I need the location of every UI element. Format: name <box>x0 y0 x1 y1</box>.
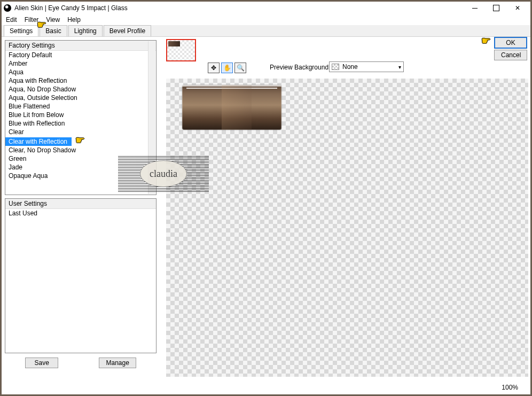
list-item-selected[interactable]: Clear with Reflection <box>5 137 72 146</box>
ok-button[interactable]: OK <box>494 37 527 49</box>
minimize-button[interactable] <box>464 2 486 14</box>
maximize-button[interactable] <box>486 2 507 14</box>
pointer-icon <box>75 136 87 146</box>
factory-settings-header: Factory Settings <box>5 41 156 51</box>
close-button[interactable] <box>507 2 528 14</box>
list-item[interactable]: Factory Default <box>5 51 156 59</box>
preview-background-label: Preview Background: <box>270 64 330 71</box>
chevron-down-icon: ▾ <box>398 64 401 70</box>
button-row: Save Manage <box>5 353 157 372</box>
list-item[interactable]: Blue Flattened <box>5 102 156 111</box>
glass-preview-object <box>182 85 281 130</box>
list-item[interactable]: Aqua, No Drop Shadow <box>5 85 156 94</box>
zoom-level: 100% <box>502 384 518 391</box>
tab-bar: Settings Basic Lighting Bevel Profile <box>2 25 530 37</box>
save-button[interactable]: Save <box>25 358 58 368</box>
tab-bevel-profile[interactable]: Bevel Profile <box>104 25 151 36</box>
list-item[interactable]: Amber <box>5 59 156 68</box>
app-icon <box>4 4 11 12</box>
preview-background-select[interactable]: None ▾ <box>329 61 404 72</box>
list-item[interactable]: Clear, No Drop Shadow <box>5 146 156 154</box>
move-tool-button[interactable]: ✥ <box>208 63 220 73</box>
status-bar: 100% <box>3 382 529 393</box>
watermark-text: claudia <box>140 160 187 187</box>
list-item[interactable]: Last Used <box>5 209 156 218</box>
navigator-thumbnail[interactable] <box>166 39 196 61</box>
preview-canvas[interactable] <box>166 79 528 377</box>
watermark: claudia <box>118 156 209 192</box>
preview-panel: ✥ ✋ 🔍 Preview Background: None ▾ OK Canc… <box>160 37 530 379</box>
window-title: Alien Skin | Eye Candy 5 Impact | Glass <box>14 4 464 12</box>
menu-bar: Edit Filter View Help <box>2 14 530 25</box>
tab-settings[interactable]: Settings <box>4 25 38 36</box>
pointer-icon <box>37 21 49 30</box>
cancel-button[interactable]: Cancel <box>494 50 527 60</box>
user-settings-header: User Settings <box>5 199 156 209</box>
list-item[interactable]: Aqua <box>5 68 156 76</box>
hand-tool-button[interactable]: ✋ <box>221 63 233 73</box>
list-item[interactable]: Aqua with Reflection <box>5 76 156 85</box>
tab-lighting[interactable]: Lighting <box>68 25 103 36</box>
zoom-tool-button[interactable]: 🔍 <box>234 63 246 73</box>
pointer-icon <box>481 37 493 46</box>
user-settings-list[interactable]: User Settings Last Used <box>5 198 157 353</box>
menu-edit[interactable]: Edit <box>6 16 17 24</box>
menu-help[interactable]: Help <box>67 16 81 24</box>
list-item[interactable]: Blue with Reflection <box>5 119 156 128</box>
list-item[interactable]: Aqua, Outside Selection <box>5 94 156 102</box>
manage-button[interactable]: Manage <box>99 358 136 368</box>
title-bar: Alien Skin | Eye Candy 5 Impact | Glass <box>2 2 530 14</box>
transparency-swatch-icon <box>332 64 339 70</box>
list-item[interactable]: Blue Lit from Below <box>5 111 156 119</box>
preview-background-value: None <box>342 63 358 71</box>
settings-panel: Factory Settings Factory Default Amber A… <box>2 37 160 379</box>
